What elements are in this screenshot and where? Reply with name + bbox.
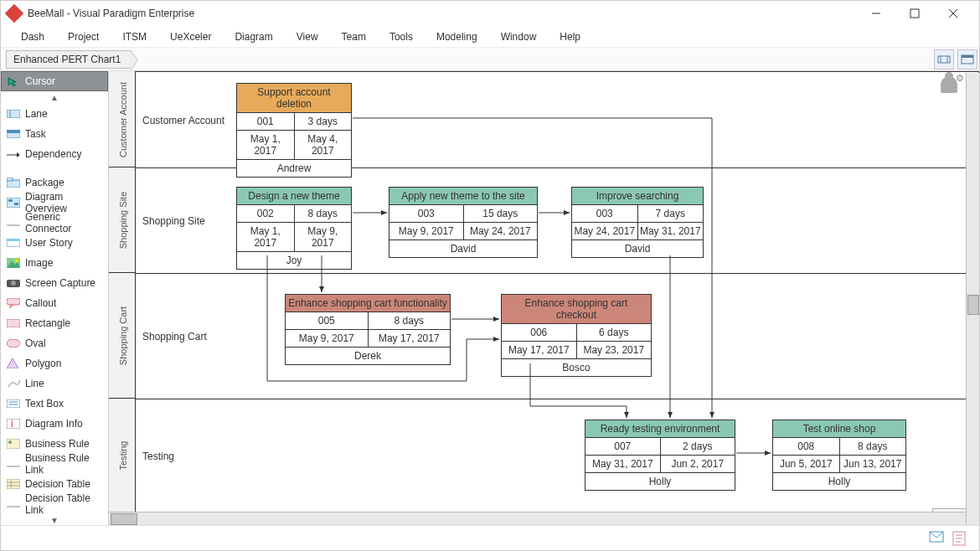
palette-collapse-up[interactable]: ▲ (1, 91, 108, 104)
lane-icon (7, 109, 20, 119)
palette-cursor[interactable]: Cursor (1, 71, 108, 91)
palette-callout[interactable]: Callout (1, 293, 108, 313)
maximize-button[interactable] (895, 1, 934, 26)
menu-team[interactable]: Team (330, 28, 378, 46)
palette-generic-connector[interactable]: Generic Connector (1, 213, 108, 233)
mail-icon[interactable] (929, 531, 944, 546)
menu-bar: Dash Project ITSM UeXceler Diagram View … (1, 26, 979, 48)
task-owner: Andrew (237, 159, 351, 177)
task-owner: Bosco (502, 358, 651, 376)
horizontal-scrollbar[interactable] (109, 512, 966, 525)
minimize-button[interactable] (857, 1, 895, 26)
palette-line[interactable]: Line (1, 373, 108, 394)
close-button[interactable] (934, 1, 972, 26)
note-icon[interactable] (952, 531, 967, 546)
vertical-scrollbar[interactable] (966, 73, 979, 525)
task-ready-testing-env[interactable]: Ready testing environment 0072 days May … (585, 420, 735, 491)
lane-body-label-shopping-cart: Shopping Cart (142, 331, 207, 342)
lane-body-label-customer-account: Customer Account (142, 115, 224, 126)
cursor-icon (7, 76, 20, 86)
user-story-icon (7, 238, 20, 248)
task-owner: David (572, 239, 703, 257)
palette-label: Image (25, 257, 53, 269)
lane-body-label-shopping-site: Shopping Site (142, 215, 205, 227)
task-duration: 8 days (840, 438, 906, 455)
resource-avatar[interactable]: ⚙ (941, 76, 959, 95)
svg-rect-12 (7, 130, 20, 133)
palette-label: Decision Table (25, 478, 90, 490)
toolbar-button-panes[interactable] (957, 49, 977, 70)
palette-label: Business Rule Link (25, 452, 102, 476)
palette-business-rule[interactable]: Business Rule (1, 434, 108, 454)
lane-header-strip: Customer Account Shopping Site Shopping … (109, 71, 136, 527)
task-start: May 9, 2017 (286, 330, 369, 347)
lane-header-testing[interactable]: Testing (118, 436, 128, 475)
menu-modeling[interactable]: Modeling (425, 28, 489, 46)
task-id: 006 (502, 324, 577, 341)
task-id: 008 (773, 438, 840, 455)
task-start: May 1, 2017 (237, 131, 295, 159)
menu-uexceler[interactable]: UeXceler (158, 28, 223, 46)
menu-tools[interactable]: Tools (378, 28, 425, 46)
task-id: 002 (237, 205, 295, 222)
task-improve-searching[interactable]: Improve searching 0037 days May 24, 2017… (571, 187, 704, 258)
task-id: 003 (389, 205, 464, 222)
textbox-icon (7, 399, 20, 409)
task-support-account-deletion[interactable]: Support account deletion 0013 days May 1… (236, 83, 352, 178)
task-start: May 9, 2017 (389, 223, 464, 239)
palette-label: Screen Capture (25, 277, 95, 289)
palette-task[interactable]: Task (1, 124, 108, 144)
svg-rect-17 (8, 199, 13, 202)
diagram-tab[interactable]: Enhanced PERT Chart1 (6, 50, 132, 69)
status-footer (1, 525, 979, 550)
palette-image[interactable]: Image (1, 253, 108, 273)
task-duration: 15 days (464, 205, 538, 222)
palette-decision-table[interactable]: Decision Table (1, 474, 108, 494)
lane-header-customer-account[interactable]: Customer Account (118, 78, 128, 162)
lane-header-shopping-site[interactable]: Shopping Site (118, 187, 128, 254)
svg-rect-37 (7, 479, 20, 489)
palette-rectangle[interactable]: Rectangle (1, 313, 108, 333)
menu-dash[interactable]: Dash (9, 28, 56, 46)
menu-window[interactable]: Window (489, 28, 549, 46)
menu-itsm[interactable]: ITSM (111, 28, 158, 46)
task-title: Design a new theme (237, 188, 351, 205)
palette-user-story[interactable]: User Story (1, 233, 108, 253)
task-test-online-shop[interactable]: Test online shop 0088 days Jun 5, 2017Ju… (772, 420, 906, 491)
svg-rect-15 (7, 178, 13, 181)
connector-icon (7, 218, 20, 228)
palette-oval[interactable]: Oval (1, 333, 108, 353)
lane-header-shopping-cart[interactable]: Shopping Cart (118, 301, 128, 370)
palette-decision-table-link[interactable]: Decision Table Link (1, 494, 108, 514)
menu-view[interactable]: View (285, 28, 330, 46)
palette-polygon[interactable]: Polygon (1, 353, 108, 373)
task-end: May 4, 2017 (295, 131, 352, 159)
menu-project[interactable]: Project (56, 28, 111, 46)
diagram-canvas[interactable]: ⚙ Customer Account Shopping Site Shoppin… (136, 71, 979, 527)
toolbar-button-fullscreen[interactable] (934, 49, 954, 70)
task-owner: Holly (773, 472, 905, 490)
menu-help[interactable]: Help (548, 28, 592, 46)
palette-lane[interactable]: Lane (1, 104, 108, 124)
task-duration: 3 days (295, 113, 352, 130)
palette-screen-capture[interactable]: Screen Capture (1, 273, 108, 293)
palette-diagram-overview[interactable]: Diagram Overview (1, 193, 108, 213)
task-enhance-cart-functionality[interactable]: Enhance shopping cart functionality 0058… (285, 294, 451, 365)
palette-label: Polygon (25, 358, 61, 369)
palette-package[interactable]: Package (1, 173, 108, 193)
palette-business-rule-link[interactable]: Business Rule Link (1, 454, 108, 474)
palette-dependency[interactable]: Dependency (1, 144, 108, 164)
palette-text-box[interactable]: Text Box (1, 394, 108, 414)
task-duration: 2 days (661, 438, 735, 455)
menu-diagram[interactable]: Diagram (223, 28, 284, 46)
task-title: Ready testing environment (585, 420, 735, 438)
window-title: BeeMall - Visual Paradigm Enterprise (28, 8, 857, 19)
task-owner: Joy (237, 251, 351, 269)
task-apply-new-theme[interactable]: Apply new theme to the site 00315 days M… (389, 187, 538, 258)
link-icon (7, 459, 20, 469)
task-design-new-theme[interactable]: Design a new theme 0028 days May 1, 2017… (236, 187, 352, 270)
palette-label: Rectangle (25, 317, 70, 329)
palette-diagram-info[interactable]: iDiagram Info (1, 414, 108, 434)
task-enhance-cart-checkout[interactable]: Enhance shopping cart checkout 0066 days… (501, 294, 652, 377)
palette-label: Diagram Info (25, 418, 83, 430)
